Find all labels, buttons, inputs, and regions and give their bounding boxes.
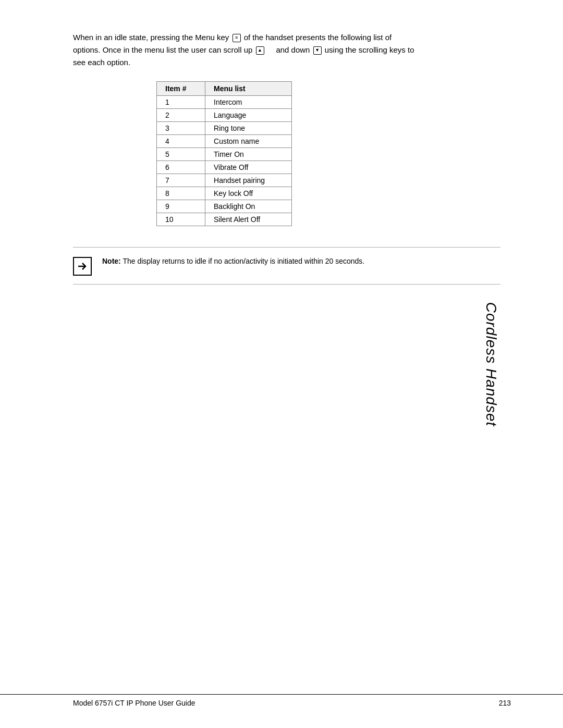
intro-line2-start: options. Once in the menu list the user … bbox=[73, 45, 252, 54]
table-row: 10Silent Alert Off bbox=[157, 213, 292, 226]
page-container: When in an idle state, pressing the Menu… bbox=[0, 0, 563, 728]
table-cell-item: 8 bbox=[157, 187, 205, 200]
side-text-cordless-handset: Cordless Handset bbox=[483, 302, 500, 426]
col-header-item: Item # bbox=[157, 82, 205, 96]
col-header-menu: Menu list bbox=[205, 82, 292, 96]
table-row: 9Backlight On bbox=[157, 200, 292, 213]
footer-title: Model 6757i CT IP Phone User Guide bbox=[73, 699, 195, 707]
table-row: 5Timer On bbox=[157, 148, 292, 161]
table-cell-item: 4 bbox=[157, 135, 205, 148]
menu-key-icon: ≡ bbox=[232, 34, 241, 42]
scroll-down-icon: ▼ bbox=[313, 46, 322, 55]
table-row: 6Vibrate Off bbox=[157, 161, 292, 174]
table-row: 3Ring tone bbox=[157, 122, 292, 135]
table-header-row: Item # Menu list bbox=[157, 82, 292, 96]
arrow-right-svg bbox=[77, 261, 88, 272]
intro-paragraph: When in an idle state, pressing the Menu… bbox=[73, 31, 500, 69]
table-cell-menu: Ring tone bbox=[205, 122, 292, 135]
table-cell-menu: Silent Alert Off bbox=[205, 213, 292, 226]
intro-line1-end: of the handset presents the following li… bbox=[244, 33, 392, 42]
menu-table-container: Item # Menu list 1Intercom2Language3Ring… bbox=[156, 81, 511, 226]
table-cell-item: 5 bbox=[157, 148, 205, 161]
intro-line1: When in an idle state, pressing the Menu… bbox=[73, 33, 229, 42]
table-cell-menu: Timer On bbox=[205, 148, 292, 161]
intro-line2-middle: and down bbox=[276, 45, 310, 54]
table-cell-item: 9 bbox=[157, 200, 205, 213]
table-row: 1Intercom bbox=[157, 96, 292, 109]
footer-page-number: 213 bbox=[499, 699, 511, 707]
note-arrow-icon bbox=[73, 257, 92, 276]
table-cell-menu: Intercom bbox=[205, 96, 292, 109]
note-text: Note: The display returns to idle if no … bbox=[102, 256, 364, 267]
table-cell-menu: Handset pairing bbox=[205, 174, 292, 187]
table-row: 7Handset pairing bbox=[157, 174, 292, 187]
table-row: 8Key lock Off bbox=[157, 187, 292, 200]
table-cell-item: 10 bbox=[157, 213, 205, 226]
table-cell-menu: Vibrate Off bbox=[205, 161, 292, 174]
table-cell-item: 7 bbox=[157, 174, 205, 187]
table-cell-menu: Language bbox=[205, 109, 292, 122]
note-section: Note: The display returns to idle if no … bbox=[73, 247, 500, 285]
table-cell-item: 2 bbox=[157, 109, 205, 122]
intro-line3: see each option. bbox=[73, 58, 130, 67]
table-cell-item: 1 bbox=[157, 96, 205, 109]
table-row: 2Language bbox=[157, 109, 292, 122]
footer: Model 6757i CT IP Phone User Guide 213 bbox=[0, 694, 563, 707]
table-cell-menu: Backlight On bbox=[205, 200, 292, 213]
table-cell-item: 6 bbox=[157, 161, 205, 174]
note-content: The display returns to idle if no action… bbox=[123, 257, 364, 265]
intro-line2-end: using the scrolling keys to bbox=[325, 45, 414, 54]
scroll-up-icon: ▲ bbox=[256, 46, 264, 55]
table-cell-item: 3 bbox=[157, 122, 205, 135]
table-cell-menu: Custom name bbox=[205, 135, 292, 148]
table-row: 4Custom name bbox=[157, 135, 292, 148]
note-label: Note: bbox=[102, 257, 121, 265]
menu-table: Item # Menu list 1Intercom2Language3Ring… bbox=[156, 81, 292, 226]
table-cell-menu: Key lock Off bbox=[205, 187, 292, 200]
